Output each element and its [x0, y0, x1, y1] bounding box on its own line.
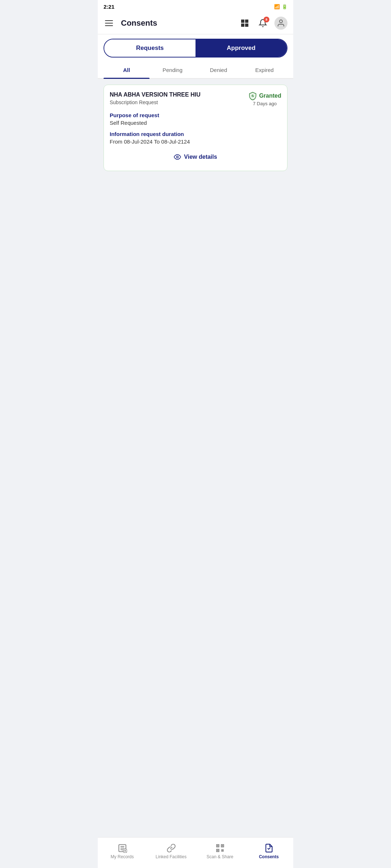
notification-count: 8: [264, 17, 269, 22]
hamburger-line-1: [105, 20, 113, 21]
duration-section: Information request duration From 08-Jul…: [110, 131, 281, 145]
org-name: NHA ABHA VERSION THREE HIU: [110, 92, 248, 98]
granted-label-row: Granted: [248, 92, 281, 100]
nav-item-scan-share[interactable]: Scan & Share: [196, 841, 244, 862]
linked-facilities-icon: [167, 843, 176, 853]
nav-label-consents: Consents: [259, 854, 279, 859]
qr-code-icon: [240, 19, 249, 27]
filter-tab-denied-label: Denied: [210, 67, 227, 73]
svg-rect-19: [217, 845, 218, 846]
toggle-inner: Requests Approved: [104, 39, 287, 58]
hamburger-button[interactable]: [104, 17, 117, 30]
shield-icon: [248, 92, 257, 100]
main-content: NHA ABHA VERSION THREE HIU Subscription …: [98, 79, 293, 837]
filter-tab-pending[interactable]: Pending: [150, 62, 196, 78]
nav-item-linked-facilities[interactable]: Linked Facilities: [147, 841, 196, 862]
header-left: Consents: [104, 17, 157, 30]
approved-toggle[interactable]: Approved: [196, 39, 287, 57]
toggle-container: Requests Approved: [98, 34, 293, 62]
nav-label-scan-share: Scan & Share: [206, 854, 233, 859]
svg-rect-5: [242, 25, 243, 26]
page-title: Consents: [121, 18, 157, 28]
requests-toggle[interactable]: Requests: [104, 39, 196, 57]
card-org: NHA ABHA VERSION THREE HIU Subscription …: [110, 92, 248, 105]
duration-label: Information request duration: [110, 131, 281, 137]
notifications-button[interactable]: 8: [256, 17, 269, 30]
granted-time: 7 Days ago: [253, 101, 277, 106]
filter-tab-all[interactable]: All: [104, 62, 150, 78]
filter-tabs: All Pending Denied Expired: [98, 62, 293, 79]
nav-item-my-records[interactable]: My Records: [98, 841, 147, 862]
svg-rect-20: [222, 845, 223, 846]
status-time: 2:21: [104, 4, 114, 10]
purpose-value: Self Requested: [110, 120, 281, 126]
user-avatar-button[interactable]: [274, 17, 287, 30]
nav-item-consents[interactable]: Consents: [244, 841, 293, 862]
nav-label-linked-facilities: Linked Facilities: [156, 854, 186, 859]
view-details-button[interactable]: View details: [110, 150, 281, 164]
hamburger-line-3: [105, 25, 113, 26]
filter-tab-all-label: All: [123, 67, 130, 73]
eye-icon: [174, 153, 181, 161]
purpose-section: Purpose of request Self Requested: [110, 112, 281, 126]
user-icon: [277, 19, 285, 27]
card-header: NHA ABHA VERSION THREE HIU Subscription …: [110, 92, 281, 106]
qr-scan-button[interactable]: [238, 17, 251, 30]
svg-point-11: [279, 20, 282, 23]
status-bar: 2:21 📶 🔋: [98, 0, 293, 13]
header-right: 8: [238, 17, 287, 30]
hamburger-line-2: [105, 23, 113, 24]
app-header: Consents 8: [98, 13, 293, 34]
filter-tab-expired-label: Expired: [255, 67, 274, 73]
scan-share-icon: [215, 843, 225, 853]
wifi-icon: 🔋: [282, 4, 287, 9]
filter-tab-expired[interactable]: Expired: [241, 62, 287, 78]
bottom-navigation: My Records Linked Facilities Scan & Shar…: [98, 837, 293, 868]
duration-value: From 08-Jul-2024 To 08-Jul-2124: [110, 139, 281, 145]
svg-rect-24: [221, 851, 222, 852]
filter-tab-denied[interactable]: Denied: [196, 62, 241, 78]
svg-rect-23: [222, 851, 223, 852]
svg-rect-8: [247, 25, 248, 26]
view-details-label: View details: [184, 154, 217, 160]
svg-point-13: [177, 156, 178, 158]
org-sub: Subscription Request: [110, 99, 248, 105]
svg-rect-3: [242, 21, 243, 22]
purpose-label: Purpose of request: [110, 112, 281, 118]
filter-tab-pending-label: Pending: [163, 67, 182, 73]
consents-icon: [264, 843, 274, 853]
granted-label: Granted: [259, 93, 281, 99]
consent-card: NHA ABHA VERSION THREE HIU Subscription …: [104, 85, 287, 171]
svg-rect-21: [217, 850, 218, 851]
shield-svg: [248, 92, 257, 100]
svg-rect-25: [222, 849, 223, 850]
status-granted: Granted 7 Days ago: [248, 92, 281, 106]
nav-label-my-records: My Records: [110, 854, 134, 859]
signal-icon: 📶: [274, 4, 280, 9]
svg-rect-7: [245, 24, 247, 25]
svg-rect-22: [221, 849, 222, 850]
my-records-icon: [118, 843, 127, 853]
svg-rect-9: [245, 25, 247, 26]
status-icons: 📶 🔋: [274, 4, 287, 9]
svg-rect-4: [246, 21, 247, 22]
svg-rect-10: [247, 24, 248, 25]
